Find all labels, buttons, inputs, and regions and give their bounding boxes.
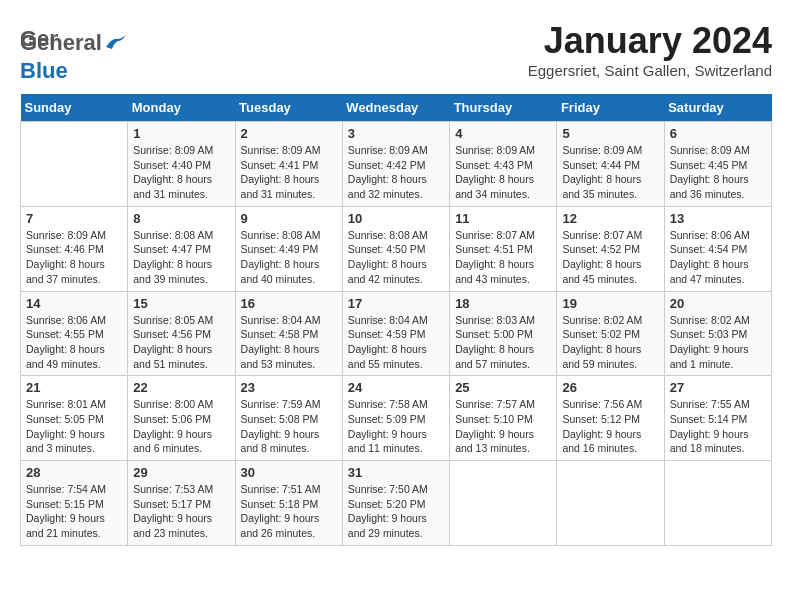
day-info: Sunrise: 8:09 AM Sunset: 4:40 PM Dayligh… (133, 143, 229, 202)
week-row-0: 1 Sunrise: 8:09 AM Sunset: 4:40 PM Dayli… (21, 122, 772, 207)
day-number: 7 (26, 211, 122, 226)
daylight: Daylight: 8 hours and 51 minutes. (133, 343, 212, 370)
sunrise: Sunrise: 8:04 AM (348, 314, 428, 326)
day-cell: 19 Sunrise: 8:02 AM Sunset: 5:02 PM Dayl… (557, 291, 664, 376)
day-info: Sunrise: 8:02 AM Sunset: 5:02 PM Dayligh… (562, 313, 658, 372)
day-number: 14 (26, 296, 122, 311)
header-monday: Monday (128, 94, 235, 122)
day-cell: 1 Sunrise: 8:09 AM Sunset: 4:40 PM Dayli… (128, 122, 235, 207)
day-cell: 12 Sunrise: 8:07 AM Sunset: 4:52 PM Dayl… (557, 206, 664, 291)
day-cell: 30 Sunrise: 7:51 AM Sunset: 5:18 PM Dayl… (235, 461, 342, 546)
sunset: Sunset: 4:47 PM (133, 243, 211, 255)
sunset: Sunset: 4:55 PM (26, 328, 104, 340)
sunset: Sunset: 4:46 PM (26, 243, 104, 255)
day-number: 11 (455, 211, 551, 226)
week-row-4: 28 Sunrise: 7:54 AM Sunset: 5:15 PM Dayl… (21, 461, 772, 546)
week-row-3: 21 Sunrise: 8:01 AM Sunset: 5:05 PM Dayl… (21, 376, 772, 461)
day-info: Sunrise: 8:07 AM Sunset: 4:52 PM Dayligh… (562, 228, 658, 287)
sunset: Sunset: 4:56 PM (133, 328, 211, 340)
day-info: Sunrise: 7:57 AM Sunset: 5:10 PM Dayligh… (455, 397, 551, 456)
daylight: Daylight: 8 hours and 40 minutes. (241, 258, 320, 285)
day-cell: 7 Sunrise: 8:09 AM Sunset: 4:46 PM Dayli… (21, 206, 128, 291)
day-number: 12 (562, 211, 658, 226)
day-number: 2 (241, 126, 337, 141)
sunset: Sunset: 5:17 PM (133, 498, 211, 510)
sunrise: Sunrise: 7:50 AM (348, 483, 428, 495)
header-tuesday: Tuesday (235, 94, 342, 122)
logo-blue: Blue (20, 58, 68, 83)
sunrise: Sunrise: 8:05 AM (133, 314, 213, 326)
day-cell: 18 Sunrise: 8:03 AM Sunset: 5:00 PM Dayl… (450, 291, 557, 376)
daylight: Daylight: 9 hours and 18 minutes. (670, 428, 749, 455)
sunset: Sunset: 4:54 PM (670, 243, 748, 255)
day-cell: 23 Sunrise: 7:59 AM Sunset: 5:08 PM Dayl… (235, 376, 342, 461)
sunrise: Sunrise: 8:09 AM (670, 144, 750, 156)
day-number: 16 (241, 296, 337, 311)
sunrise: Sunrise: 8:04 AM (241, 314, 321, 326)
day-cell: 4 Sunrise: 8:09 AM Sunset: 4:43 PM Dayli… (450, 122, 557, 207)
daylight: Daylight: 8 hours and 36 minutes. (670, 173, 749, 200)
calendar-table: SundayMondayTuesdayWednesdayThursdayFrid… (20, 94, 772, 546)
day-cell: 31 Sunrise: 7:50 AM Sunset: 5:20 PM Dayl… (342, 461, 449, 546)
sunrise: Sunrise: 8:08 AM (133, 229, 213, 241)
sunset: Sunset: 4:40 PM (133, 159, 211, 171)
sunrise: Sunrise: 7:58 AM (348, 398, 428, 410)
daylight: Daylight: 8 hours and 37 minutes. (26, 258, 105, 285)
header-saturday: Saturday (664, 94, 771, 122)
day-cell (557, 461, 664, 546)
day-number: 20 (670, 296, 766, 311)
day-cell (21, 122, 128, 207)
day-info: Sunrise: 8:01 AM Sunset: 5:05 PM Dayligh… (26, 397, 122, 456)
day-number: 26 (562, 380, 658, 395)
daylight: Daylight: 9 hours and 6 minutes. (133, 428, 212, 455)
day-info: Sunrise: 8:06 AM Sunset: 4:55 PM Dayligh… (26, 313, 122, 372)
sunrise: Sunrise: 8:09 AM (348, 144, 428, 156)
daylight: Daylight: 8 hours and 31 minutes. (241, 173, 320, 200)
sunrise: Sunrise: 8:08 AM (241, 229, 321, 241)
day-number: 6 (670, 126, 766, 141)
daylight: Daylight: 9 hours and 1 minute. (670, 343, 749, 370)
sunrise: Sunrise: 8:02 AM (562, 314, 642, 326)
day-number: 9 (241, 211, 337, 226)
day-number: 23 (241, 380, 337, 395)
day-cell (664, 461, 771, 546)
sunset: Sunset: 5:12 PM (562, 413, 640, 425)
sunset: Sunset: 4:59 PM (348, 328, 426, 340)
sunrise: Sunrise: 7:57 AM (455, 398, 535, 410)
day-number: 29 (133, 465, 229, 480)
day-number: 22 (133, 380, 229, 395)
daylight: Daylight: 9 hours and 11 minutes. (348, 428, 427, 455)
sunrise: Sunrise: 8:09 AM (562, 144, 642, 156)
day-number: 28 (26, 465, 122, 480)
day-info: Sunrise: 8:09 AM Sunset: 4:41 PM Dayligh… (241, 143, 337, 202)
month-title: January 2024 (528, 20, 772, 62)
sunset: Sunset: 5:03 PM (670, 328, 748, 340)
day-cell: 5 Sunrise: 8:09 AM Sunset: 4:44 PM Dayli… (557, 122, 664, 207)
day-cell: 27 Sunrise: 7:55 AM Sunset: 5:14 PM Dayl… (664, 376, 771, 461)
location: Eggersriet, Saint Gallen, Switzerland (528, 62, 772, 79)
sunrise: Sunrise: 8:00 AM (133, 398, 213, 410)
day-number: 1 (133, 126, 229, 141)
sunset: Sunset: 5:05 PM (26, 413, 104, 425)
day-info: Sunrise: 8:08 AM Sunset: 4:47 PM Dayligh… (133, 228, 229, 287)
day-info: Sunrise: 8:03 AM Sunset: 5:00 PM Dayligh… (455, 313, 551, 372)
sunset: Sunset: 4:49 PM (241, 243, 319, 255)
sunset: Sunset: 5:20 PM (348, 498, 426, 510)
sunrise: Sunrise: 8:02 AM (670, 314, 750, 326)
sunset: Sunset: 4:58 PM (241, 328, 319, 340)
sunrise: Sunrise: 8:03 AM (455, 314, 535, 326)
sunset: Sunset: 5:00 PM (455, 328, 533, 340)
day-number: 13 (670, 211, 766, 226)
daylight: Daylight: 9 hours and 29 minutes. (348, 512, 427, 539)
sunrise: Sunrise: 8:09 AM (133, 144, 213, 156)
day-cell: 24 Sunrise: 7:58 AM Sunset: 5:09 PM Dayl… (342, 376, 449, 461)
day-cell: 28 Sunrise: 7:54 AM Sunset: 5:15 PM Dayl… (21, 461, 128, 546)
day-cell: 9 Sunrise: 8:08 AM Sunset: 4:49 PM Dayli… (235, 206, 342, 291)
daylight: Daylight: 9 hours and 26 minutes. (241, 512, 320, 539)
day-cell: 3 Sunrise: 8:09 AM Sunset: 4:42 PM Dayli… (342, 122, 449, 207)
daylight: Daylight: 8 hours and 45 minutes. (562, 258, 641, 285)
sunset: Sunset: 4:44 PM (562, 159, 640, 171)
daylight: Daylight: 8 hours and 57 minutes. (455, 343, 534, 370)
sunrise: Sunrise: 8:08 AM (348, 229, 428, 241)
sunrise: Sunrise: 7:55 AM (670, 398, 750, 410)
